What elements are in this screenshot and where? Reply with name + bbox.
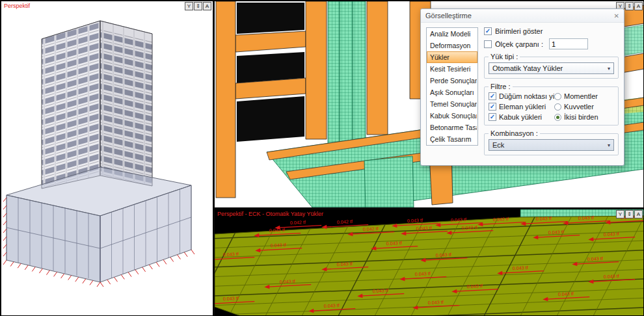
dialog-titlebar[interactable]: Görselleştirme ✕	[421, 9, 624, 23]
check-icon: ✓	[490, 103, 495, 110]
shell-loads-checkbox[interactable]: ✓	[489, 113, 496, 121]
load-label: 0.043 tf	[373, 287, 388, 294]
visualization-dialog: Görselleştirme ✕ Analiz Modeli Deformasy…	[420, 8, 624, 166]
view-a-button[interactable]: A	[203, 2, 211, 10]
dialog-title: Görselleştirme	[425, 12, 472, 20]
check-icon: ✓	[490, 114, 495, 120]
combination-select[interactable]: Eck ▾	[489, 139, 614, 151]
viewport-toolbar: Y ⇕ A	[616, 210, 643, 218]
node-loads-checkbox[interactable]: ✓	[489, 92, 496, 100]
chevron-down-icon: ▾	[608, 66, 610, 72]
load-type-value: Otomatik Yatay Yükler	[492, 64, 563, 72]
close-icon[interactable]: ✕	[614, 12, 619, 20]
list-item-asik-sonuclari[interactable]: Aşık Sonuçları	[427, 86, 477, 98]
combination-group: Kombinasyon : Eck ▾	[484, 129, 619, 155]
load-label: 0.042 tf	[269, 227, 285, 233]
combination-value: Eck	[492, 141, 504, 149]
element-loads-label: Eleman yükleri	[499, 103, 546, 111]
list-item-yukler[interactable]: Yükler	[427, 51, 477, 63]
load-type-group: Yük tipi : Otomatik Yatay Yükler ▾	[484, 53, 619, 79]
list-item-kabuk-sonuclari[interactable]: Kabuk Sonuçları	[427, 110, 477, 122]
moments-label: Momentler	[564, 92, 598, 100]
view-a-button[interactable]: A	[634, 2, 643, 10]
load-label: 0.043 tf	[337, 261, 353, 267]
slab-loads-view: 0.042 tf0.042 tf0.043 tf0.043 tf0.043 tf…	[215, 209, 644, 316]
scale-factor-input[interactable]	[549, 38, 588, 49]
load-label: 0.042 tf	[290, 219, 306, 226]
list-item-celik-tasarim[interactable]: Çelik Tasarım	[427, 133, 477, 145]
view-flip-button[interactable]: ⇕	[625, 210, 634, 218]
view-flip-button[interactable]: ⇕	[194, 2, 202, 10]
loads-plan-viewport[interactable]: Perspektif - ECK - Otomatik Yatay Yükler…	[215, 209, 644, 316]
load-label: 0.043 tf	[462, 224, 477, 231]
list-item-temel-sonuclari[interactable]: Temel Sonuçları	[427, 98, 477, 110]
view-y-button[interactable]: Y	[185, 2, 193, 10]
view-flip-button[interactable]: ⇕	[625, 2, 634, 10]
both-radio[interactable]	[554, 114, 561, 121]
load-label: 0.043 tf	[416, 225, 432, 231]
load-label: 0.043 tf	[428, 299, 444, 306]
load-label: 0.043 tf	[578, 215, 594, 221]
filter-group-label: Filtre :	[489, 83, 513, 90]
show-units-checkbox[interactable]: ✓	[484, 27, 492, 35]
scale-factor-label: Ölçek çarpanı :	[495, 40, 543, 48]
viewport-title: Perspektif - ECK - Otomatik Yatay Yükler	[217, 211, 323, 217]
dialog-content: ✓ Birimleri göster Ölçek çarpanı : Yük t…	[484, 27, 619, 159]
combination-group-label: Kombinasyon :	[489, 129, 540, 137]
load-label: 0.043 tf	[407, 217, 423, 224]
load-label: 0.043 tf	[223, 295, 239, 302]
category-list: Analiz Modeli Deformasyon Yükler Kesit T…	[426, 27, 478, 146]
load-label: 0.043 tf	[548, 229, 564, 235]
forces-radio[interactable]	[554, 103, 561, 111]
building-3d-model	[1, 1, 213, 316]
perspective-viewport[interactable]: Perspektif Y ⇕ A	[1, 1, 213, 316]
load-label: 0.043 tf	[280, 278, 295, 285]
moments-radio[interactable]	[554, 93, 561, 100]
load-label: 0.043 tf	[604, 273, 619, 280]
chevron-down-icon: ▾	[608, 142, 610, 148]
load-label: 0.043 tf	[513, 265, 528, 271]
load-type-group-label: Yük tipi :	[489, 53, 520, 60]
load-label: 0.043 tf	[493, 216, 509, 222]
forces-label: Kuvvetler	[564, 103, 594, 111]
load-label: 0.043 tf	[536, 215, 552, 222]
load-label: 0.043 tf	[386, 240, 402, 246]
load-label: 0.043 tf	[451, 217, 466, 223]
element-loads-checkbox[interactable]: ✓	[489, 103, 496, 111]
filter-group: Filtre : ✓Düğüm noktası yükleri Momentle…	[484, 83, 619, 125]
load-label: 0.043 tf	[558, 291, 574, 297]
load-label: 0.043 tf	[587, 256, 603, 262]
load-label: 0.043 tf	[271, 242, 286, 248]
list-item-kesit-tesirleri[interactable]: Kesit Tesirleri	[427, 63, 477, 75]
load-label: 0.043 tf	[223, 251, 239, 257]
node-loads-label: Düğüm noktası yükleri	[499, 92, 554, 100]
view-a-button[interactable]: A	[634, 210, 643, 218]
list-item-analiz-modeli[interactable]: Analiz Modeli	[427, 28, 477, 40]
check-icon: ✓	[490, 93, 495, 99]
scale-factor-checkbox[interactable]	[484, 40, 492, 48]
load-label: 0.042 tf	[337, 218, 353, 225]
load-label: 0.043 tf	[467, 283, 483, 289]
load-label: 0.043 tf	[324, 302, 340, 309]
app-window: Perspektif Y ⇕ A Y	[0, 0, 644, 316]
show-units-label: Birimleri göster	[495, 27, 543, 35]
list-item-perde-sonuclari[interactable]: Perde Sonuçları	[427, 75, 477, 86]
view-y-button[interactable]: Y	[616, 210, 624, 218]
viewport-toolbar: Y ⇕ A	[185, 2, 211, 10]
list-item-deformasyon[interactable]: Deformasyon	[427, 40, 477, 51]
list-item-betonarme-tasarim[interactable]: Betonarme Tasar...	[427, 122, 477, 133]
load-label: 0.043 tf	[415, 270, 431, 277]
load-label: 0.042 tf	[363, 226, 379, 232]
load-type-select[interactable]: Otomatik Yatay Yükler ▾	[489, 62, 614, 74]
viewport-title: Perspektif	[4, 3, 30, 9]
both-label: İkisi birden	[564, 113, 598, 121]
load-label: 0.043 tf	[604, 231, 619, 237]
load-label: 0.043 tf	[436, 252, 451, 258]
check-icon: ✓	[485, 28, 490, 34]
shell-loads-label: Kabuk yükleri	[499, 113, 542, 121]
